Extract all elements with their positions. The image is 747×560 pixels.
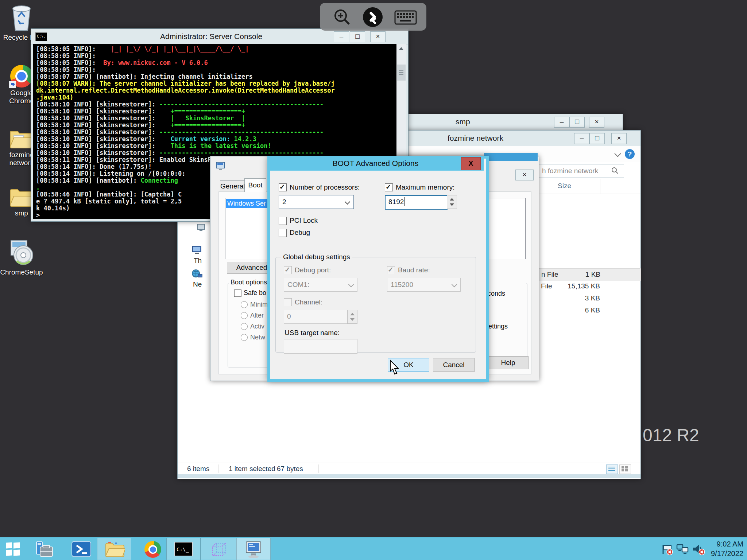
msconfig-monitor-icon (244, 540, 263, 560)
nav-item-network[interactable]: Ne (191, 269, 211, 288)
file-row[interactable]: 6 KB (539, 304, 640, 316)
help-icon[interactable]: ? (625, 149, 635, 159)
radio-minimal[interactable] (241, 301, 248, 308)
selection-highlight-strip (484, 153, 538, 161)
cmd-icon: C:\_ (174, 542, 193, 556)
pci-lock-checkbox[interactable] (279, 217, 287, 225)
status-size: 67 bytes (277, 465, 303, 473)
maximize-button[interactable]: □ (569, 117, 585, 128)
search-placeholder: h fozmine network (542, 167, 598, 175)
powershell-button[interactable] (69, 538, 95, 560)
chevron-down-icon (345, 199, 351, 205)
search-icon[interactable] (611, 167, 619, 176)
radio-alternate-shell[interactable] (241, 312, 248, 319)
window-bottom-edge (178, 474, 640, 478)
taskbar: C:\_ 9:02 AM 9/17/2022 (0, 537, 747, 560)
folder-icon (105, 541, 125, 559)
minimize-button[interactable]: – (574, 133, 589, 144)
server-manager-button[interactable] (31, 538, 58, 560)
msconfig-taskbar-button[interactable] (236, 538, 271, 560)
chrome-taskbar-button[interactable] (137, 538, 170, 560)
terminal-title-bar[interactable]: C:\. Administrator: Server Console – □ × (31, 29, 408, 44)
terminal-line: [08:58:05 INFO]: (36, 52, 335, 59)
minimize-button[interactable]: – (554, 117, 569, 128)
scroll-up-icon[interactable] (399, 47, 403, 50)
installer-disc-icon (8, 238, 35, 267)
desktop-icon-chromesetup[interactable]: ChromeSetup (0, 238, 43, 276)
file-size: 1 KB (585, 271, 600, 279)
dialog-title-bar[interactable]: BOOT Advanced Options X (267, 156, 484, 171)
spinner-up-icon[interactable] (350, 313, 355, 315)
safe-boot-checkbox[interactable] (234, 289, 241, 297)
num-processors-dropdown[interactable]: 2 (279, 195, 354, 209)
max-memory-checkbox[interactable] (385, 183, 393, 191)
file-type: File (541, 282, 552, 290)
close-button[interactable]: × (611, 133, 627, 144)
baud-rate-dropdown[interactable]: 115200 (387, 278, 461, 292)
close-button[interactable]: × (589, 117, 604, 128)
scrollbar-thumb[interactable] (397, 65, 406, 81)
usb-target-label: USB target name: (285, 329, 340, 337)
boot-advanced-options-dialog: BOOT Advanced Options X Number of proces… (267, 156, 489, 382)
channel-input[interactable]: 0 (284, 310, 348, 324)
baud-rate-checkbox[interactable] (387, 266, 395, 274)
max-memory-spinner[interactable] (447, 195, 457, 209)
channel-spinner[interactable] (347, 310, 357, 324)
baud-rate-label: Baud rate: (398, 266, 430, 274)
radio-network[interactable] (241, 334, 248, 341)
close-button[interactable]: × (370, 31, 386, 42)
ribbon-expand-chevron-icon[interactable] (614, 150, 621, 157)
spinner-up-icon[interactable] (450, 198, 454, 201)
tab-general[interactable]: General (220, 180, 245, 192)
terminal-line: [08:58:07 WARN]: The server channel init… (36, 80, 335, 87)
max-memory-input[interactable]: 8192 (385, 195, 448, 210)
num-processors-checkbox[interactable] (279, 183, 287, 191)
nav-item[interactable] (197, 223, 206, 234)
radio-network-label: Netw (250, 334, 265, 341)
file-row[interactable]: File15,135 KB (539, 280, 640, 292)
file-row[interactable]: 3 KB (539, 292, 640, 304)
cancel-button[interactable]: Cancel (433, 358, 475, 372)
debug-port-checkbox[interactable] (284, 266, 292, 274)
terminal-line: [08:58:05 INFO]: |_| |_\/ \/_| |_|\__|_|… (36, 46, 335, 52)
usb-target-input[interactable] (284, 339, 357, 354)
tray-network-icon[interactable] (676, 543, 689, 557)
start-button[interactable] (0, 538, 29, 560)
tab-boot[interactable]: Boot (244, 178, 266, 192)
clock-time: 9:02 AM (700, 539, 743, 549)
monitor-small-icon (197, 223, 206, 232)
help-button[interactable]: Help (488, 356, 529, 369)
magnifier-plus-icon[interactable] (333, 8, 352, 28)
terminal-line: [08:58:05 INFO]: By: www.nickuc.com - V … (36, 59, 335, 66)
column-header-size[interactable]: Size (558, 182, 571, 190)
debug-port-dropdown[interactable]: COM1: (284, 278, 357, 292)
details-view-button[interactable] (606, 464, 618, 474)
spinner-down-icon[interactable] (350, 318, 355, 321)
tray-clock[interactable]: 9:02 AM 9/17/2022 (700, 539, 743, 558)
icons-view-button[interactable] (619, 464, 631, 474)
chrome-icon (144, 541, 161, 558)
keyboard-icon[interactable] (394, 9, 417, 27)
file-row[interactable]: n File1 KB (539, 268, 641, 281)
maximize-button[interactable]: □ (350, 31, 365, 42)
file-explorer-taskbar-button[interactable] (97, 538, 131, 560)
remote-desktop-icon[interactable] (363, 7, 383, 27)
minimize-button[interactable]: – (334, 31, 349, 42)
global-debug-group-label: Global debug settings (281, 253, 352, 261)
cmd-taskbar-button[interactable]: C:\_ (166, 538, 201, 560)
maximize-button[interactable]: □ (589, 133, 605, 144)
cmd-window-icon: C:\. (35, 32, 47, 41)
file-size: 15,135 KB (568, 282, 600, 290)
spinner-down-icon[interactable] (450, 203, 454, 206)
close-button[interactable]: × (515, 170, 534, 180)
channel-checkbox[interactable] (284, 298, 292, 306)
dialog-title: BOOT Advanced Options (267, 159, 484, 168)
cube-app-taskbar-button[interactable] (201, 538, 237, 560)
dialog-close-button[interactable]: X (461, 157, 481, 170)
help-button-label: Help (501, 359, 515, 366)
debug-checkbox[interactable] (279, 229, 287, 237)
nav-item-this-pc[interactable]: Th (191, 245, 211, 265)
mouse-cursor (390, 359, 400, 377)
radio-active-directory[interactable] (241, 323, 248, 330)
tray-flag-icon[interactable] (661, 543, 673, 557)
